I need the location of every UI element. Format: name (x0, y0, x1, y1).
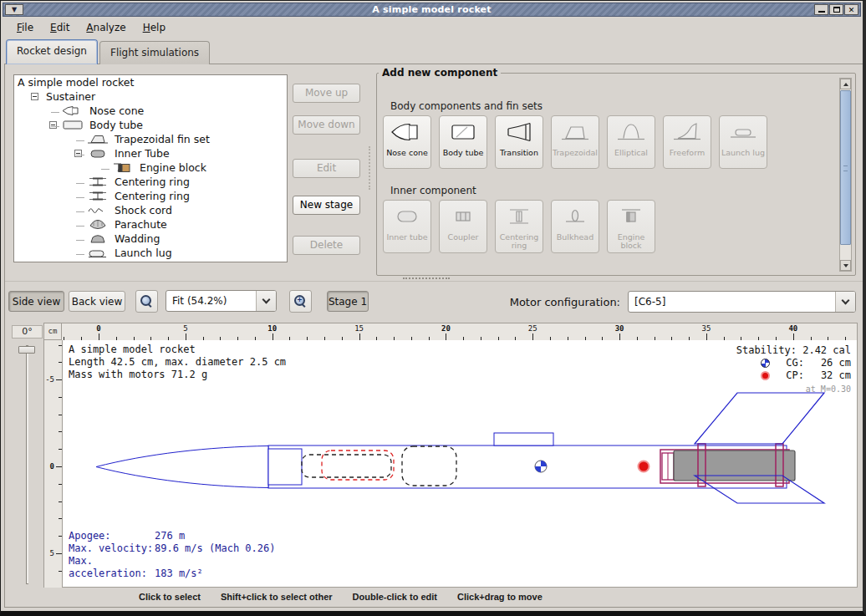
component-button-label: Inner tube (386, 233, 427, 242)
tree-item-label: Trapezoidal fin set (115, 133, 210, 145)
tree-item-parachute[interactable]: Parachute (14, 217, 287, 232)
stage-1-toggle[interactable]: Stage 1 (327, 291, 369, 312)
ruler-tick (359, 333, 360, 340)
tree-item-nose-cone[interactable]: Nose cone (14, 104, 287, 118)
flight-stat-row: Max. velocity:89.6 m/s (Mach 0.26) (69, 542, 276, 555)
back-view-button[interactable]: Back view (69, 291, 125, 312)
launch-lug-shape[interactable] (494, 433, 553, 445)
component-button-label: Trapezoidal (553, 149, 598, 157)
title-bar[interactable]: ▼ A simple model rocket ✕ (3, 3, 861, 17)
flight-stat-row: Apogee:276 m (69, 530, 276, 542)
tab-flight-simulations[interactable]: Flight simulations (99, 41, 210, 64)
nose-cone-icon (390, 121, 424, 146)
mach-note: at M=0.30 (736, 383, 851, 395)
maximize-button[interactable] (829, 4, 843, 15)
component-button-label: Body tube (443, 149, 484, 157)
split-pane-handle[interactable] (403, 277, 450, 279)
menu-item-file[interactable]: File (9, 19, 41, 36)
nose-shoulder-shape[interactable] (268, 449, 302, 485)
motor-configuration-select[interactable]: [C6-5] (628, 291, 856, 313)
window-title: A simple model rocket (3, 4, 860, 15)
ruler-label: -5 (45, 375, 54, 384)
add-panel-scrollbar[interactable] (839, 78, 852, 272)
component-button-label: Bulkhead (557, 233, 593, 242)
combo-dropdown-button[interactable] (835, 292, 855, 312)
add-nose-cone-button[interactable]: Nose cone (383, 115, 431, 169)
rotation-value: 0° (12, 325, 43, 339)
add-transition-button[interactable]: Transition (495, 115, 543, 169)
window-menu-icon[interactable]: ▼ (5, 4, 23, 15)
cg-icon (761, 359, 770, 368)
nose-cone-shape[interactable] (96, 446, 268, 488)
ruler-label: 0 (50, 462, 54, 471)
zoom-select[interactable]: Fit (54.2%) (166, 290, 277, 312)
tree-connector (76, 254, 84, 255)
add-launch-lug-button: Launch lug (719, 115, 767, 169)
add-new-component-group: Add new component Body components and fi… (376, 73, 856, 276)
zoom-in-button[interactable]: + (289, 290, 312, 313)
add-body-tube-button[interactable]: Body tube (439, 115, 487, 169)
minimize-button[interactable] (814, 4, 828, 15)
scroll-down-icon[interactable] (840, 260, 851, 271)
scrollbar-thumb[interactable] (840, 90, 851, 245)
component-button-row: Nose coneBody tubeTransitionTrapezoidalE… (383, 115, 767, 169)
scroll-up-icon[interactable] (840, 79, 851, 89)
cg-marker (535, 461, 547, 472)
ruler-label: 30 (611, 324, 628, 333)
tree-item-wadding[interactable]: Wadding (14, 232, 287, 246)
rocket-figure-canvas[interactable]: A simple model rocket Length 42.5 cm, ma… (62, 340, 858, 588)
tree-item-a-simple-model-rocket[interactable]: A simple model rocket (14, 75, 287, 89)
close-button[interactable]: ✕ (844, 4, 858, 15)
tree-item-centering-ring[interactable]: Centering ring (14, 189, 287, 203)
tree-item-shock-cord[interactable]: Shock cord (14, 203, 287, 217)
move-up-button: Move up (293, 84, 360, 103)
rotation-slider-track[interactable] (26, 345, 28, 584)
tree-expander-icon[interactable] (31, 93, 38, 100)
tree-item-trapezoidal-fin-set[interactable]: Trapezoidal fin set (14, 132, 287, 146)
motor-configuration-label: Motor configuration: (510, 296, 620, 308)
combo-dropdown-button[interactable] (256, 291, 276, 311)
add-bulkhead-button: Bulkhead (551, 200, 599, 253)
component-button-row: Inner tubeCouplerCentering ringBulkheadE… (383, 200, 655, 253)
split-pane-divider[interactable] (5, 281, 863, 282)
flight-stat-value: 89.6 m/s (Mach 0.26) (155, 542, 276, 554)
new-stage-button[interactable]: New stage (293, 196, 360, 215)
add-freeform-button: Freeform (663, 115, 711, 169)
tree-item-label: Body tube (89, 119, 143, 131)
add-coupler-button: Coupler (439, 200, 487, 253)
ruler-label: 10 (264, 324, 281, 333)
tree-item-inner-tube[interactable]: Inner Tube (14, 146, 287, 160)
component-section-label: Body components and fin sets (390, 100, 543, 112)
tree-item-engine-block[interactable]: Engine block (14, 160, 287, 175)
tree-item-sustainer[interactable]: Sustainer (14, 89, 287, 104)
tree-item-body-tube[interactable]: Body tube (14, 118, 287, 132)
menu-item-edit[interactable]: Edit (43, 19, 77, 36)
ruler-label: 25 (524, 324, 541, 333)
component-button-label: Freeform (670, 149, 705, 157)
menu-item-analyze[interactable]: Analyze (79, 19, 133, 36)
rocket-mass: Mass with motors 71.2 g (69, 369, 286, 381)
tree-expander-icon[interactable] (74, 150, 82, 157)
menu-item-help[interactable]: Help (135, 19, 173, 36)
tree-item-centering-ring[interactable]: Centering ring (14, 175, 287, 189)
coupler-icon (446, 206, 480, 231)
inner-tube-icon (86, 148, 110, 159)
ruler-label: 5 (50, 549, 54, 557)
ruler-tick (186, 333, 186, 340)
component-button-label: Transition (500, 149, 538, 157)
tree-item-launch-lug[interactable]: Launch lug (14, 246, 287, 260)
fin-top-shape[interactable] (695, 393, 824, 444)
centering-ring-icon (502, 206, 536, 231)
tree-connector (76, 240, 84, 241)
ruler-tick (56, 553, 62, 554)
ruler-tick (619, 333, 620, 340)
edit-button: Edit (293, 159, 360, 178)
tree-connector (51, 126, 59, 127)
zoom-out-button[interactable] (135, 290, 158, 313)
tree-expander-icon[interactable] (49, 121, 57, 129)
component-tree[interactable]: A simple model rocketSustainerNose coneB… (13, 74, 288, 262)
tab-rocket-design[interactable]: Rocket design (6, 39, 98, 64)
tree-item-label: Engine block (140, 161, 206, 174)
side-view-button[interactable]: Side view (8, 291, 64, 312)
rotation-slider-handle[interactable] (18, 346, 35, 354)
